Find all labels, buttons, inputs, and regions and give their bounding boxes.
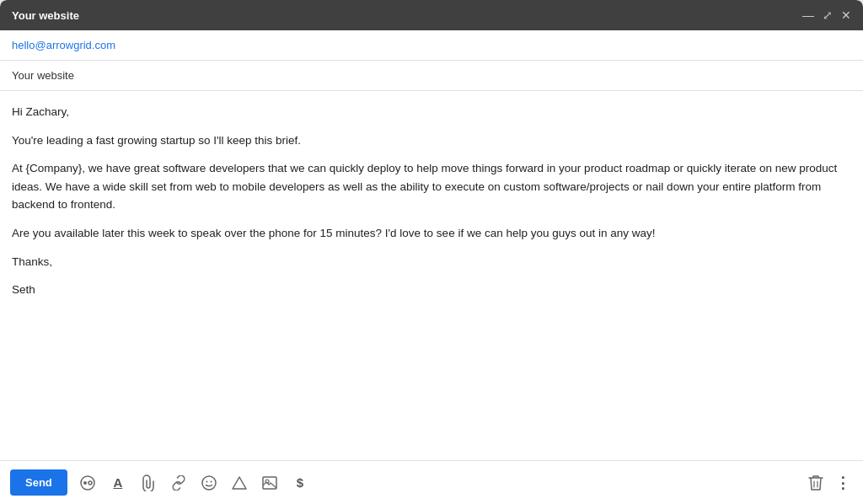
compose-toolbar: Send A [0, 460, 863, 504]
titlebar: Your website — ⤢ ✕ [0, 0, 863, 30]
link-icon[interactable] [169, 473, 189, 493]
more-options-icon[interactable]: ⋮ [833, 473, 853, 493]
window-title: Your website [12, 9, 79, 22]
drive-icon[interactable] [229, 473, 249, 493]
close-button[interactable]: ✕ [841, 9, 851, 21]
photo-icon[interactable] [260, 473, 280, 493]
body-line1: You're leading a fast growing startup so… [12, 131, 851, 150]
compose-window: Your website — ⤢ ✕ hello@arrowgrid.com Y… [0, 0, 863, 504]
body-line3: Are you available later this week to spe… [12, 224, 851, 243]
send-button[interactable]: Send [10, 469, 67, 496]
formatting-options-icon[interactable] [78, 473, 98, 493]
greeting: Hi Zachary, [12, 103, 851, 121]
email-body[interactable]: Hi Zachary, You're leading a fast growin… [0, 91, 863, 460]
attach-icon[interactable] [138, 473, 158, 493]
subject-value: Your website [12, 69, 74, 82]
toolbar-right: ⋮ [806, 473, 853, 493]
svg-point-2 [88, 481, 92, 485]
window-controls: — ⤢ ✕ [802, 9, 851, 21]
dollar-icon[interactable]: $ [290, 473, 310, 493]
subject-field[interactable]: Your website [0, 61, 863, 91]
emoji-icon[interactable] [199, 473, 219, 493]
body-line2: At {Company}, we have great software dev… [12, 159, 851, 214]
to-field[interactable]: hello@arrowgrid.com [0, 30, 863, 61]
closing: Thanks, [12, 253, 851, 271]
svg-point-1 [83, 481, 87, 485]
svg-marker-6 [233, 477, 246, 489]
minimize-button[interactable]: — [802, 9, 814, 21]
toolbar-left: Send A [10, 469, 310, 496]
svg-point-4 [206, 480, 207, 482]
maximize-button[interactable]: ⤢ [823, 9, 833, 21]
svg-point-5 [210, 480, 212, 482]
to-value: hello@arrowgrid.com [12, 39, 115, 51]
delete-icon[interactable] [806, 473, 826, 493]
svg-point-3 [202, 476, 216, 490]
signature: Seth [12, 281, 851, 299]
text-format-icon[interactable]: A [108, 473, 128, 493]
